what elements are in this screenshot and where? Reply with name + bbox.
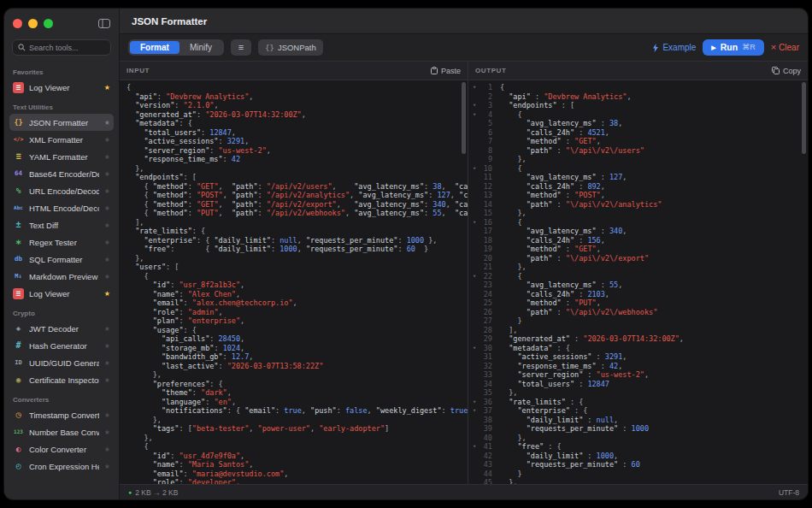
fold-chevron-icon[interactable]: ▾ xyxy=(470,272,479,281)
sidebar-item-regex-tester[interactable]: ∗Regex Tester★ xyxy=(9,233,114,251)
paste-button[interactable]: Paste xyxy=(431,67,461,75)
minify-tab[interactable]: Minify xyxy=(179,41,222,54)
fold-chevron-icon[interactable] xyxy=(470,128,479,138)
favorite-star-icon[interactable]: ★ xyxy=(104,273,110,281)
format-tab[interactable]: Format xyxy=(130,41,179,54)
fold-chevron-icon[interactable] xyxy=(470,388,479,398)
fold-chevron-icon[interactable] xyxy=(470,254,479,263)
favorite-star-icon[interactable]: ★ xyxy=(104,342,110,350)
fold-chevron-icon[interactable] xyxy=(470,236,479,245)
favorite-star-icon[interactable]: ★ xyxy=(104,446,110,453)
fold-chevron-icon[interactable] xyxy=(470,137,479,146)
fold-chevron-icon[interactable] xyxy=(470,173,479,182)
sidebar-item-base64-encoder-de[interactable]: 64Base64 Encoder/De...★ xyxy=(9,165,114,182)
fold-chevron-icon[interactable] xyxy=(470,424,479,434)
fold-chevron-icon[interactable] xyxy=(470,281,479,290)
favorite-star-icon[interactable]: ★ xyxy=(104,463,110,470)
fold-chevron-icon[interactable] xyxy=(470,155,479,164)
fold-chevron-icon[interactable]: ▾ xyxy=(470,164,479,174)
sidebar-item-certificate-inspector[interactable]: ◉Certificate Inspector★ xyxy=(9,371,114,388)
fold-chevron-icon[interactable] xyxy=(470,316,479,326)
sidebar-item-xml-formatter[interactable]: </>XML Formatter★ xyxy=(9,131,114,148)
favorite-star-icon[interactable]: ★ xyxy=(104,359,110,367)
output-scrollbar-thumb[interactable] xyxy=(802,82,806,154)
example-button[interactable]: Example xyxy=(652,43,696,52)
sidebar-item-text-diff[interactable]: ±Text Diff★ xyxy=(9,216,114,233)
fold-chevron-icon[interactable] xyxy=(470,452,479,461)
search-input[interactable]: Search tools... xyxy=(12,39,111,56)
favorite-star-icon[interactable]: ★ xyxy=(104,119,110,127)
sidebar-item-yaml-formatter[interactable]: ≡YAML Formatter★ xyxy=(9,148,114,165)
fold-chevron-icon[interactable] xyxy=(470,308,479,317)
favorite-star-icon[interactable]: ★ xyxy=(104,153,110,161)
fold-chevron-icon[interactable] xyxy=(470,434,479,443)
sidebar-item-url-encode-decode[interactable]: %URL Encode/Decode★ xyxy=(9,182,114,199)
sidebar-item-uuid-guid-generator[interactable]: IDUUID/GUID Generator★ xyxy=(9,354,114,371)
fold-chevron-icon[interactable]: ▾ xyxy=(470,344,479,353)
fold-chevron-icon[interactable] xyxy=(470,263,479,272)
favorite-star-icon[interactable]: ★ xyxy=(104,256,110,263)
fold-chevron-icon[interactable] xyxy=(470,200,479,210)
sidebar-item-hash-generator[interactable]: #Hash Generator★ xyxy=(9,337,114,354)
fold-chevron-icon[interactable] xyxy=(470,92,479,102)
fold-chevron-icon[interactable]: ▾ xyxy=(470,101,479,110)
format-options-icon[interactable]: ≡ xyxy=(231,39,251,56)
fold-chevron-icon[interactable] xyxy=(470,334,479,344)
favorite-star-icon[interactable]: ★ xyxy=(104,428,110,436)
favorite-star-icon[interactable]: ★ xyxy=(104,222,110,229)
favorite-star-icon[interactable]: ★ xyxy=(104,170,110,178)
favorite-star-icon[interactable]: ★ xyxy=(104,136,110,144)
fold-chevron-icon[interactable] xyxy=(470,362,479,371)
favorite-star-icon[interactable]: ★ xyxy=(104,290,110,298)
sidebar-item-number-base-conve[interactable]: 123Number Base Conve...★ xyxy=(9,423,114,440)
copy-button[interactable]: Copy xyxy=(772,67,801,75)
input-scrollbar[interactable] xyxy=(461,82,467,482)
fold-chevron-icon[interactable] xyxy=(470,182,479,192)
clear-button[interactable]: × Clear xyxy=(771,43,799,52)
sidebar-item-sql-formatter[interactable]: dbSQL Formatter★ xyxy=(9,251,114,268)
minimize-window-button[interactable] xyxy=(28,19,38,28)
close-window-button[interactable] xyxy=(13,19,22,28)
sidebar-item-markdown-preview[interactable]: M↓Markdown Preview★ xyxy=(9,268,114,285)
sidebar-item-log-viewer[interactable]: ≡Log Viewer★ xyxy=(9,79,114,96)
sidebar-item-log-viewer[interactable]: ≡Log Viewer★ xyxy=(9,285,114,302)
fold-chevron-icon[interactable] xyxy=(470,326,479,335)
fold-chevron-icon[interactable] xyxy=(470,191,479,200)
fold-chevron-icon[interactable]: ▾ xyxy=(470,110,479,120)
sidebar-item-cron-expression-hel[interactable]: ◴Cron Expression Hel...★ xyxy=(9,458,114,475)
fold-chevron-icon[interactable] xyxy=(470,416,479,425)
fold-chevron-icon[interactable]: ▾ xyxy=(470,442,479,452)
fold-chevron-icon[interactable]: ▾ xyxy=(470,83,479,92)
zoom-window-button[interactable] xyxy=(44,19,53,28)
fold-chevron-icon[interactable] xyxy=(470,470,479,479)
fold-chevron-icon[interactable] xyxy=(470,298,479,308)
sidebar-item-html-encode-deco[interactable]: AbcHTML Encode/Deco...★ xyxy=(9,199,114,216)
favorite-star-icon[interactable]: ★ xyxy=(104,411,110,419)
sidebar-item-color-converter[interactable]: ◐Color Converter★ xyxy=(9,440,114,458)
fold-chevron-icon[interactable] xyxy=(470,478,479,484)
input-scrollbar-thumb[interactable] xyxy=(462,82,466,154)
fold-chevron-icon[interactable]: ▾ xyxy=(470,398,479,407)
favorite-star-icon[interactable]: ★ xyxy=(104,204,110,212)
fold-chevron-icon[interactable] xyxy=(470,146,479,156)
fold-chevron-icon[interactable]: ▾ xyxy=(470,406,479,416)
fold-chevron-icon[interactable] xyxy=(470,370,479,380)
sidebar-item-timestamp-converter[interactable]: ◷Timestamp Converter★ xyxy=(9,406,114,423)
favorite-star-icon[interactable]: ★ xyxy=(104,325,110,333)
run-button[interactable]: ▶ Run ⌘R xyxy=(703,39,763,56)
fold-chevron-icon[interactable] xyxy=(470,352,479,362)
favorite-star-icon[interactable]: ★ xyxy=(104,84,110,92)
fold-chevron-icon[interactable] xyxy=(470,119,479,128)
jsonpath-button[interactable]: {} JSONPath xyxy=(258,39,323,56)
favorite-star-icon[interactable]: ★ xyxy=(104,239,110,246)
fold-chevron-icon[interactable]: ▾ xyxy=(470,218,479,227)
fold-chevron-icon[interactable] xyxy=(470,227,479,236)
favorite-star-icon[interactable]: ★ xyxy=(104,376,110,384)
fold-chevron-icon[interactable] xyxy=(470,245,479,254)
output-scrollbar[interactable] xyxy=(801,82,807,482)
fold-chevron-icon[interactable] xyxy=(470,380,479,389)
sidebar-item-jwt-decoder[interactable]: ◈JWT Decoder★ xyxy=(9,320,114,337)
favorite-star-icon[interactable]: ★ xyxy=(104,187,110,195)
fold-chevron-icon[interactable] xyxy=(470,460,479,470)
fold-chevron-icon[interactable] xyxy=(470,290,479,299)
